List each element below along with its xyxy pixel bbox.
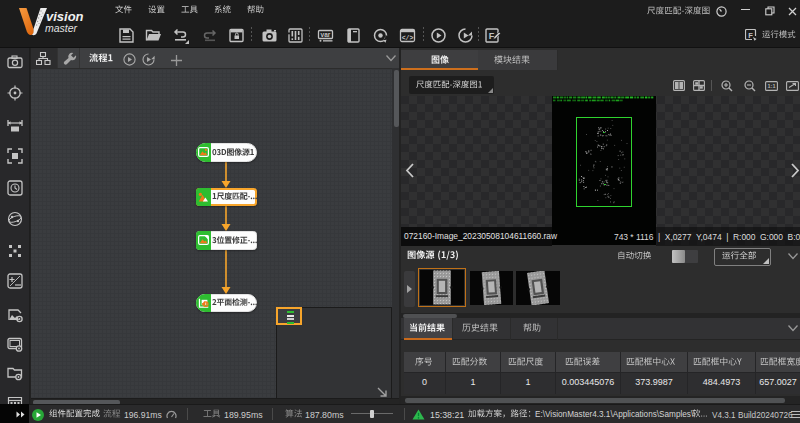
- svg-text:1:1: 1:1: [768, 83, 776, 89]
- svg-text:F: F: [489, 31, 495, 41]
- svg-text:var: var: [321, 31, 331, 38]
- svg-text:</>: </>: [402, 35, 414, 42]
